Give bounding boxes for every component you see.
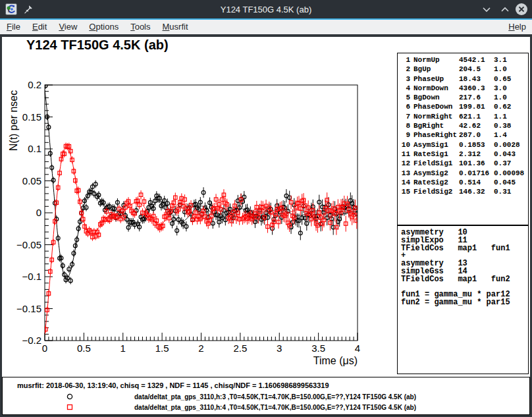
menu-item-view[interactable]: View — [53, 20, 83, 34]
param-name: RateSig2 — [413, 179, 456, 188]
svg-text:−0.1: −0.1 — [22, 271, 41, 282]
menu-item-musrfit[interactable]: Musrfit — [157, 20, 194, 34]
parameter-row: 4NormDown4360.33.0 — [398, 84, 528, 94]
param-name: FieldSig2 — [413, 188, 456, 197]
param-name: BgRight — [413, 122, 456, 131]
svg-text:0.2: 0.2 — [28, 79, 41, 90]
param-idx: 3 — [401, 75, 410, 84]
menu-item-tools[interactable]: Tools — [124, 20, 156, 34]
param-error: 0.045 — [494, 179, 528, 188]
svg-text:4: 4 — [355, 343, 360, 354]
legend-entry: data/deltat_pta_gps_3110,h:4 ,T0=4.50K,T… — [3, 403, 529, 413]
svg-text:1: 1 — [120, 343, 126, 354]
close-button[interactable] — [515, 3, 528, 16]
parameter-row: 1NormUp4542.13.1 — [398, 56, 528, 65]
parameter-row: 8BgRight42.620.38 — [398, 122, 528, 131]
param-error: 1.0 — [494, 94, 528, 103]
parameter-row: 13AsymSig20.017160.00098 — [398, 169, 528, 179]
parameter-row: 10AsymSig10.18530.0028 — [398, 141, 528, 150]
param-idx: 12 — [401, 159, 410, 169]
parameter-row: 14RateSig20.5140.045 — [398, 179, 528, 188]
parameter-row: 12FieldSig1101.360.37 — [398, 159, 528, 169]
pin-icon[interactable] — [24, 5, 33, 14]
param-idx: 7 — [401, 113, 410, 122]
data-series-1 — [43, 82, 358, 285]
parameter-row: 2BgUp204.51.0 — [398, 65, 528, 74]
param-value: 101.36 — [459, 159, 491, 169]
parameter-row: 15FieldSig2146.320.31 — [398, 188, 528, 197]
param-name: FieldSig1 — [413, 159, 456, 169]
param-idx: 5 — [401, 94, 410, 103]
param-idx: 15 — [401, 188, 410, 197]
window-titlebar[interactable]: Y124 TF150G 4.5K (ab) — [0, 0, 532, 18]
application-window: Y124 TF150G 4.5K (ab) FileEditViewOption… — [0, 0, 532, 417]
theory-box: asymmetry 10 simplExpo 11 TFieldCos map1… — [397, 225, 529, 374]
param-value: 199.81 — [459, 103, 491, 112]
menu-item-edit[interactable]: Edit — [26, 20, 53, 34]
param-name: PhaseUp — [413, 75, 456, 84]
param-value: 0.1853 — [459, 141, 491, 150]
param-name: BgDown — [413, 94, 456, 103]
menu-item-options[interactable]: Options — [83, 20, 124, 34]
maximize-button[interactable] — [498, 3, 512, 16]
param-name: AsymSig2 — [413, 169, 456, 179]
param-value: 2.312 — [459, 150, 491, 159]
legend-circle-marker-icon — [66, 393, 74, 401]
window-title: Y124 TF150G 4.5K (ab) — [0, 5, 532, 14]
data-series-2 — [43, 143, 358, 335]
param-error: 0.65 — [494, 75, 528, 84]
param-error: 0.31 — [494, 188, 528, 197]
app-icon — [5, 3, 17, 15]
param-idx: 6 — [401, 103, 410, 112]
param-value: 0.01716 — [459, 169, 491, 179]
svg-text:−0.15: −0.15 — [16, 303, 41, 314]
minimize-button[interactable] — [480, 3, 493, 16]
svg-text:2.5: 2.5 — [233, 343, 247, 354]
param-idx: 8 — [401, 122, 410, 131]
param-value: 42.62 — [459, 122, 491, 131]
param-idx: 2 — [401, 65, 410, 74]
param-error: 0.00098 — [494, 169, 528, 179]
menu-item-file[interactable]: File — [0, 20, 26, 34]
param-idx: 10 — [401, 141, 410, 150]
parameter-row: 11RateSig12.3120.043 — [398, 150, 528, 159]
param-name: BgUp — [413, 65, 456, 74]
param-value: 621.1 — [459, 113, 491, 122]
param-name: RateSig1 — [413, 150, 456, 159]
theory-curve-2 — [45, 147, 358, 335]
svg-text:0.1: 0.1 — [28, 143, 41, 154]
param-value: 18.43 — [459, 75, 491, 84]
svg-text:0.5: 0.5 — [77, 343, 91, 354]
param-value: 217.6 — [459, 94, 491, 103]
param-error: 0.62 — [494, 103, 528, 112]
legend-entry: data/deltat_pta_gps_3110,h:3 ,T0=4.50K,T… — [3, 392, 529, 403]
svg-text:3: 3 — [277, 343, 282, 354]
param-error: 1.4 — [494, 131, 528, 140]
param-idx: 9 — [401, 131, 410, 140]
fit-status-line: musrfit: 2018-06-30, 13:19:40, chisq = 1… — [17, 381, 329, 389]
parameter-row: 3PhaseUp18.430.65 — [398, 75, 528, 84]
parameter-row: 9PhaseRight287.01.4 — [398, 131, 528, 140]
x-axis-title: Time (μs) — [313, 355, 358, 366]
param-name: AsymSig1 — [413, 141, 456, 150]
parameter-box: 1NormUp4542.13.12BgUp204.51.03PhaseUp18.… — [397, 53, 529, 225]
svg-text:3.5: 3.5 — [311, 343, 325, 354]
param-error: 0.37 — [494, 159, 528, 169]
param-error: 3.1 — [494, 56, 528, 65]
param-idx: 13 — [401, 169, 410, 179]
chevron-down-icon — [482, 7, 491, 13]
plot-area[interactable]: 00.511.522.533.54−0.2−0.15−0.1−0.0500.05… — [0, 36, 395, 379]
param-error: 0.0028 — [494, 141, 528, 150]
param-name: NormRight — [413, 113, 456, 122]
parameter-row: 7NormRight621.11.1 — [398, 113, 528, 122]
param-error: 0.38 — [494, 122, 528, 131]
param-value: 0.514 — [459, 179, 491, 188]
param-idx: 4 — [401, 84, 410, 94]
close-icon — [515, 3, 528, 16]
param-name: NormDown — [413, 84, 456, 94]
legend-label: data/deltat_pta_gps_3110,h:3 ,T0=4.50K,T… — [134, 393, 416, 401]
svg-text:0: 0 — [36, 207, 41, 218]
menu-item-help[interactable]: Help — [502, 20, 532, 34]
param-name: PhaseRight — [413, 131, 456, 140]
param-error: 1.0 — [494, 65, 528, 74]
